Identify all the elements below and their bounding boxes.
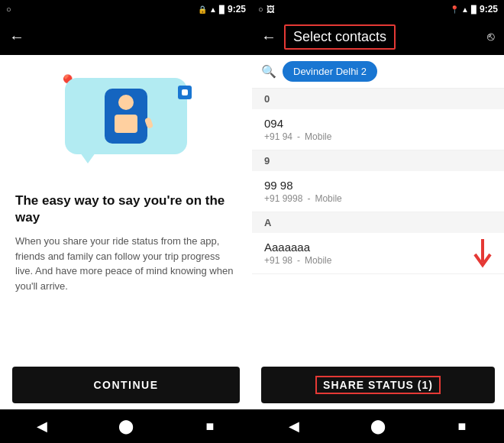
text-section: The easy way to say you're on the way Wh… [0,192,252,361]
search-icon: 🔍 [261,64,276,79]
battery-icon: ▉ [219,5,225,14]
list-item[interactable]: 094 +91 94 - Mobile [252,109,504,150]
person-body [115,115,137,133]
contact-type: Mobile [315,193,341,204]
contact-detail: +91 94 - Mobile [264,131,492,142]
left-status-right-icons: 🔒 ▲ ▉ 9:25 [198,4,246,15]
contact-type-sep: - [307,193,310,204]
left-status-left-icons: ○ [6,5,11,14]
right-circle-icon: ○ [258,5,263,14]
red-arrow-indicator [472,238,493,274]
right-battery-icon: ▉ [471,5,477,14]
contact-phone: +91 94 [264,131,292,142]
left-back-button[interactable]: ← [9,28,24,46]
select-contacts-title: Select contacts [284,24,396,50]
search-bar: 🔍 Devinder Delhi 2 [252,55,504,89]
illustration-container: 📍 [57,70,195,177]
right-panel: ○ 🖼 📍 ▲ ▉ 9:25 ← Select contacts ⎋ 🔍 Dev… [252,0,504,443]
image-icon: 🖼 [267,5,275,14]
contact-type: Mobile [305,255,331,266]
section-header-9: 9 [252,150,504,171]
share-icon[interactable]: ⎋ [487,30,495,44]
right-home-nav-button[interactable]: ⬤ [364,412,392,440]
main-heading: The easy way to say you're on the way [15,192,237,226]
signal-icon: ▲ [209,5,217,14]
list-item[interactable]: 99 98 +91 9998 - Mobile [252,171,504,212]
left-status-bar: ○ 🔒 ▲ ▉ 9:25 [0,0,252,18]
body-text: When you share your ride status from the… [15,234,237,293]
right-time: 9:25 [480,4,498,15]
right-back-button[interactable]: ← [261,28,276,46]
right-location-icon: 📍 [450,5,459,14]
left-nav-bar: ← [0,18,252,55]
contact-name: 094 [264,117,492,130]
small-square-icon [178,86,192,99]
contact-type: Mobile [305,131,331,142]
contact-type-sep: - [297,255,300,266]
select-contacts-bar: ← Select contacts ⎋ [252,18,504,55]
right-status-bar: ○ 🖼 📍 ▲ ▉ 9:25 [252,0,504,18]
list-item[interactable]: Aaaaaaa +91 98 - Mobile [252,233,504,274]
left-panel: ○ 🔒 ▲ ▉ 9:25 ← 📍 [0,0,252,443]
person-head [118,95,134,110]
share-status-button[interactable]: SHARE STATUS (1) [261,367,495,403]
contact-name: Aaaaaaa [264,241,492,254]
right-status-right-icons: 📍 ▲ ▉ 9:25 [450,4,498,15]
search-chip[interactable]: Devinder Delhi 2 [283,61,377,82]
section-header-0: 0 [252,89,504,109]
right-signal-icon: ▲ [461,5,469,14]
left-back-nav-button[interactable]: ◀ [28,412,56,440]
hero-illustration: 📍 [0,55,252,192]
person-hand [144,117,153,129]
contact-name: 99 98 [264,179,492,192]
person-icon [105,89,147,144]
speech-bubble [65,78,187,154]
left-recent-nav-button[interactable]: ■ [196,412,224,440]
circle-icon: ○ [6,5,11,14]
left-time: 9:25 [228,4,246,15]
lock-icon: 🔒 [198,5,207,14]
right-recent-nav-button[interactable]: ■ [448,412,476,440]
contact-phone: +91 98 [264,255,292,266]
contact-phone: +91 9998 [264,193,302,204]
left-home-nav-button[interactable]: ⬤ [112,412,140,440]
contact-list: 0 094 +91 94 - Mobile 9 99 98 +91 9998 -… [252,89,504,361]
contact-detail: +91 98 - Mobile [264,255,492,266]
share-status-label: SHARE STATUS (1) [315,376,441,394]
right-bottom-nav: ◀ ⬤ ■ [252,409,504,443]
continue-button[interactable]: CONTINUE [12,367,240,403]
left-bottom-nav: ◀ ⬤ ■ [0,409,252,443]
contact-detail: +91 9998 - Mobile [264,193,492,204]
contact-type-sep: - [297,131,300,142]
right-back-nav-button[interactable]: ◀ [280,412,308,440]
right-status-left-icons: ○ 🖼 [258,5,275,14]
section-header-a: A [252,212,504,233]
